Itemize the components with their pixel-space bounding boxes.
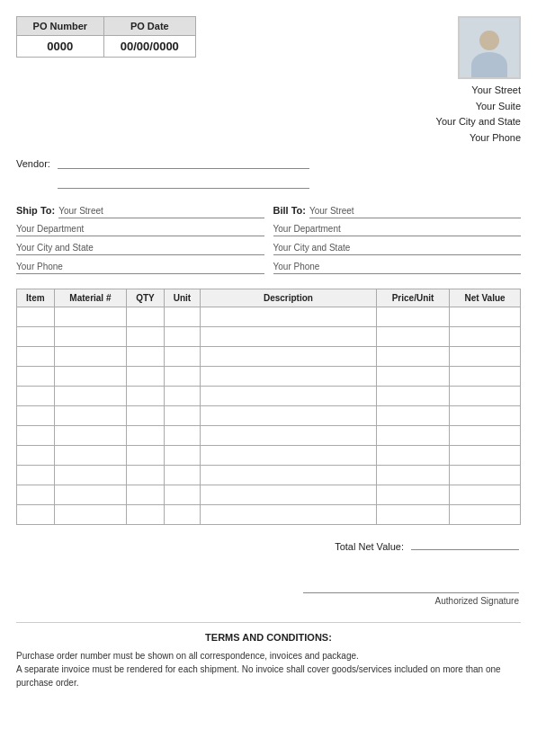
table-cell[interactable] — [127, 466, 165, 485]
table-cell[interactable] — [164, 327, 200, 347]
table-cell[interactable] — [200, 505, 376, 525]
ship-to-phone[interactable]: Your Phone — [16, 262, 264, 274]
table-cell[interactable] — [127, 327, 165, 347]
table-row[interactable] — [17, 505, 521, 525]
table-cell[interactable] — [17, 367, 55, 387]
table-cell[interactable] — [127, 505, 165, 525]
table-cell[interactable] — [200, 485, 376, 505]
table-cell[interactable] — [54, 367, 126, 387]
bill-to-phone[interactable]: Your Phone — [273, 262, 522, 274]
table-row[interactable] — [17, 327, 521, 347]
po-number-value[interactable]: 0000 — [17, 36, 104, 58]
table-cell[interactable] — [127, 347, 165, 367]
ship-to-department[interactable]: Your Department — [16, 224, 264, 236]
table-cell[interactable] — [450, 387, 521, 406]
table-cell[interactable] — [376, 466, 449, 485]
table-cell[interactable] — [376, 367, 449, 387]
table-cell[interactable] — [17, 406, 55, 426]
table-cell[interactable] — [54, 406, 126, 426]
table-cell[interactable] — [17, 347, 55, 367]
table-cell[interactable] — [450, 406, 521, 426]
table-cell[interactable] — [127, 446, 165, 466]
table-cell[interactable] — [17, 426, 55, 446]
table-cell[interactable] — [200, 307, 376, 327]
table-cell[interactable] — [127, 367, 165, 387]
table-cell[interactable] — [450, 347, 521, 367]
table-cell[interactable] — [200, 327, 376, 347]
table-row[interactable] — [17, 307, 521, 327]
table-cell[interactable] — [450, 505, 521, 525]
table-cell[interactable] — [127, 307, 165, 327]
table-cell[interactable] — [17, 387, 55, 406]
table-cell[interactable] — [450, 426, 521, 446]
table-cell[interactable] — [164, 406, 200, 426]
table-cell[interactable] — [54, 485, 126, 505]
table-cell[interactable] — [376, 307, 449, 327]
ship-to-street[interactable]: Your Street — [58, 206, 264, 218]
signature-line[interactable] — [303, 579, 519, 593]
bill-to-department[interactable]: Your Department — [273, 224, 522, 236]
bill-to-street[interactable]: Your Street — [309, 206, 521, 218]
vendor-line1[interactable] — [58, 155, 309, 169]
table-row[interactable] — [17, 367, 521, 387]
table-cell[interactable] — [17, 327, 55, 347]
po-date-value[interactable]: 00/00/0000 — [103, 36, 195, 58]
table-cell[interactable] — [376, 505, 449, 525]
table-cell[interactable] — [376, 327, 449, 347]
vendor-line2[interactable] — [58, 174, 309, 189]
table-row[interactable] — [17, 406, 521, 426]
table-cell[interactable] — [450, 466, 521, 485]
table-cell[interactable] — [54, 387, 126, 406]
table-cell[interactable] — [200, 446, 376, 466]
table-cell[interactable] — [127, 387, 165, 406]
table-cell[interactable] — [376, 485, 449, 505]
table-cell[interactable] — [54, 347, 126, 367]
table-row[interactable] — [17, 485, 521, 505]
table-row[interactable] — [17, 387, 521, 406]
table-cell[interactable] — [376, 347, 449, 367]
table-row[interactable] — [17, 426, 521, 446]
table-cell[interactable] — [376, 446, 449, 466]
table-cell[interactable] — [54, 327, 126, 347]
table-cell[interactable] — [127, 406, 165, 426]
table-cell[interactable] — [54, 446, 126, 466]
table-cell[interactable] — [17, 505, 55, 525]
table-cell[interactable] — [17, 446, 55, 466]
table-cell[interactable] — [164, 347, 200, 367]
table-cell[interactable] — [164, 367, 200, 387]
table-cell[interactable] — [164, 485, 200, 505]
table-row[interactable] — [17, 446, 521, 466]
table-cell[interactable] — [200, 367, 376, 387]
table-cell[interactable] — [200, 466, 376, 485]
table-cell[interactable] — [200, 426, 376, 446]
ship-to-city-state[interactable]: Your City and State — [16, 243, 264, 255]
table-cell[interactable] — [164, 426, 200, 446]
bill-to-city-state[interactable]: Your City and State — [273, 243, 522, 255]
table-cell[interactable] — [376, 426, 449, 446]
table-cell[interactable] — [54, 466, 126, 485]
table-cell[interactable] — [127, 426, 165, 446]
table-cell[interactable] — [200, 406, 376, 426]
table-cell[interactable] — [450, 307, 521, 327]
table-cell[interactable] — [54, 307, 126, 327]
table-cell[interactable] — [450, 367, 521, 387]
table-cell[interactable] — [17, 307, 55, 327]
table-cell[interactable] — [17, 466, 55, 485]
table-cell[interactable] — [450, 327, 521, 347]
table-cell[interactable] — [127, 485, 165, 505]
table-cell[interactable] — [450, 485, 521, 505]
table-row[interactable] — [17, 347, 521, 367]
table-cell[interactable] — [164, 446, 200, 466]
table-cell[interactable] — [200, 387, 376, 406]
table-cell[interactable] — [200, 347, 376, 367]
table-cell[interactable] — [54, 505, 126, 525]
table-cell[interactable] — [17, 485, 55, 505]
table-cell[interactable] — [164, 387, 200, 406]
table-cell[interactable] — [164, 466, 200, 485]
table-cell[interactable] — [376, 406, 449, 426]
table-cell[interactable] — [450, 446, 521, 466]
table-cell[interactable] — [376, 387, 449, 406]
table-cell[interactable] — [164, 307, 200, 327]
table-cell[interactable] — [54, 426, 126, 446]
total-value[interactable] — [411, 536, 519, 550]
